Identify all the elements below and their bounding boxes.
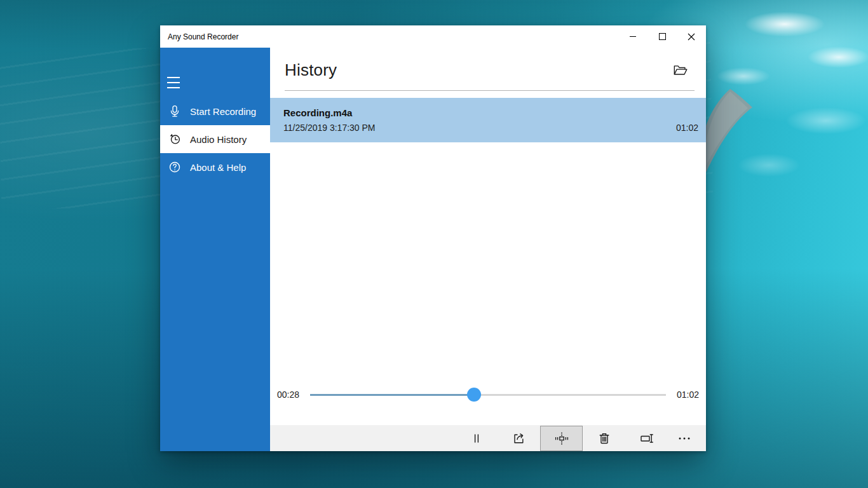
maximize-icon bbox=[659, 33, 666, 40]
minimize-button[interactable] bbox=[618, 25, 648, 48]
app-window: Any Sound Recorder bbox=[160, 25, 706, 451]
desktop-background: Any Sound Recorder bbox=[0, 0, 868, 488]
maximize-button[interactable] bbox=[648, 25, 677, 48]
trim-button[interactable] bbox=[540, 426, 583, 451]
seek-slider[interactable] bbox=[310, 388, 666, 402]
window-title: Any Sound Recorder bbox=[160, 32, 238, 41]
sidebar-item-label: Audio History bbox=[190, 134, 247, 145]
close-icon bbox=[688, 33, 695, 41]
open-folder-button[interactable] bbox=[672, 62, 689, 78]
rename-button[interactable] bbox=[625, 425, 668, 451]
close-button[interactable] bbox=[677, 25, 706, 48]
main-panel: History Recording.m4a 11/25/2019 3:17:30… bbox=[270, 48, 706, 451]
share-icon bbox=[512, 431, 527, 446]
share-button[interactable] bbox=[498, 425, 540, 451]
elapsed-time-label: 00:28 bbox=[277, 390, 299, 400]
help-icon bbox=[167, 159, 182, 175]
more-button[interactable] bbox=[668, 425, 701, 451]
slider-thumb[interactable] bbox=[467, 388, 481, 402]
recording-list-item[interactable]: Recording.m4a 11/25/2019 3:17:30 PM 01:0… bbox=[270, 98, 706, 142]
recording-name: Recording.m4a bbox=[283, 107, 698, 118]
hamburger-button[interactable] bbox=[166, 76, 187, 90]
pause-icon bbox=[469, 431, 484, 446]
pause-button[interactable] bbox=[455, 425, 498, 451]
open-folder-icon bbox=[673, 64, 688, 77]
more-icon bbox=[677, 431, 692, 446]
title-bar[interactable]: Any Sound Recorder bbox=[160, 25, 706, 48]
delete-icon bbox=[597, 431, 612, 446]
header-divider bbox=[285, 90, 695, 91]
recording-datetime: 11/25/2019 3:17:30 PM bbox=[283, 123, 376, 133]
window-controls bbox=[618, 25, 706, 48]
sidebar-item-audio-history[interactable]: Audio History bbox=[160, 125, 270, 153]
total-time-label: 01:02 bbox=[677, 390, 699, 400]
sidebar-item-label: Start Recording bbox=[190, 106, 256, 117]
slider-fill bbox=[310, 394, 474, 396]
history-icon bbox=[167, 132, 182, 147]
delete-button[interactable] bbox=[583, 425, 625, 451]
trim-icon bbox=[553, 430, 570, 447]
sidebar-item-about-help[interactable]: About & Help bbox=[160, 153, 270, 181]
menu-icon bbox=[167, 77, 180, 78]
sidebar: Start Recording Audio History bbox=[160, 48, 270, 451]
sidebar-item-label: About & Help bbox=[190, 162, 246, 173]
sidebar-item-start-recording[interactable]: Start Recording bbox=[160, 97, 270, 125]
playback-slider-row: 00:28 01:02 bbox=[270, 388, 706, 402]
microphone-icon bbox=[167, 104, 182, 119]
minimize-icon bbox=[630, 36, 636, 37]
playback-toolbar bbox=[270, 425, 706, 451]
page-title: History bbox=[285, 60, 337, 80]
rename-icon bbox=[639, 431, 654, 446]
recording-duration: 01:02 bbox=[676, 123, 698, 133]
